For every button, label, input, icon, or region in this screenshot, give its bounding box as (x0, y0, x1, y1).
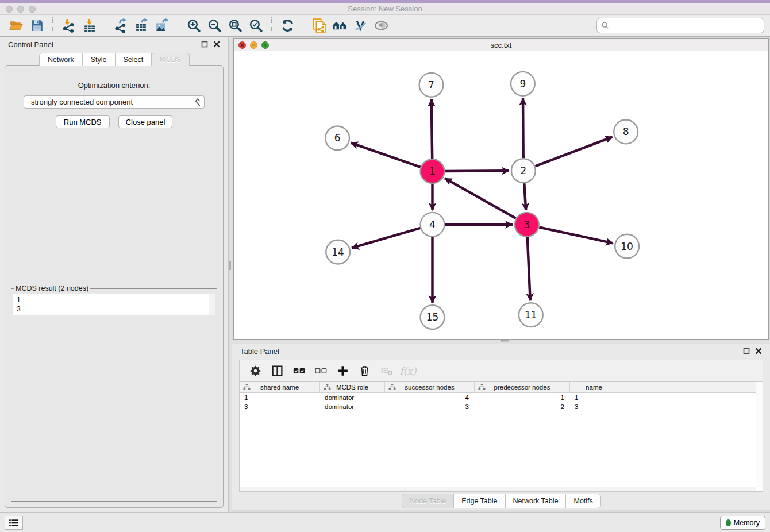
minimize-view-icon[interactable] (250, 41, 257, 49)
export-network-icon[interactable] (112, 17, 129, 34)
close-panel-icon[interactable] (213, 41, 220, 48)
maximize-view-icon[interactable] (261, 41, 269, 49)
tab-network-table[interactable]: Network Table (505, 494, 567, 508)
cell-shared-name[interactable]: 1 (240, 394, 320, 401)
first-neighbors-icon[interactable] (331, 17, 348, 34)
mcds-result-scrollbar[interactable] (209, 294, 215, 315)
column-tree-icon (478, 384, 486, 390)
import-table-icon[interactable] (80, 17, 98, 34)
close-panel-button[interactable]: Close panel (118, 115, 173, 128)
edge-2-9[interactable] (523, 98, 523, 159)
tab-edge-table[interactable]: Edge Table (453, 494, 505, 508)
tab-node-table[interactable]: Node Table (402, 494, 454, 508)
hide-labels-icon[interactable] (352, 17, 369, 34)
edge-3-11[interactable] (528, 237, 530, 301)
network-canvas[interactable]: 7968124314101511 (234, 51, 768, 339)
gear-icon[interactable] (247, 363, 263, 379)
cell-mcds-role[interactable]: dominator (320, 394, 385, 401)
tab-style[interactable]: Style (82, 53, 116, 66)
column-header-name[interactable]: name (570, 382, 618, 392)
column-header-mcds-role[interactable]: MCDS role (320, 382, 385, 392)
add-icon[interactable] (334, 363, 351, 379)
export-image-icon[interactable] (153, 17, 171, 34)
cell-predecessor-nodes[interactable]: 1 (475, 394, 570, 401)
node-1[interactable]: 1 (421, 159, 445, 183)
splitter-grip[interactable] (501, 340, 509, 342)
float-panel-icon[interactable] (201, 41, 208, 48)
tab-motifs[interactable]: Motifs (565, 494, 600, 508)
table-row[interactable]: 1dominator411 (240, 393, 763, 402)
minimize-window-dot[interactable] (17, 6, 24, 13)
tab-network[interactable]: Network (39, 53, 83, 66)
deselect-all-icon[interactable] (313, 363, 329, 379)
edge-2-3[interactable] (524, 183, 526, 210)
node-10[interactable]: 10 (615, 234, 639, 259)
close-window-dot[interactable] (6, 6, 13, 13)
splitter-grip[interactable] (229, 261, 231, 270)
close-view-icon[interactable] (238, 41, 246, 49)
node-14[interactable]: 14 (326, 240, 350, 264)
task-history-button[interactable] (5, 516, 23, 530)
edge-3-1[interactable] (445, 178, 516, 218)
mcds-result-box[interactable]: 13 (13, 294, 215, 315)
optimization-criterion-select[interactable]: strongly connected component (24, 95, 205, 109)
zoom-in-icon[interactable] (185, 17, 202, 34)
cell-shared-name[interactable]: 3 (240, 403, 320, 410)
edge-2-8[interactable] (535, 137, 613, 166)
network-window-controls[interactable] (238, 41, 269, 49)
tab-select[interactable]: Select (115, 53, 152, 66)
maximize-window-dot[interactable] (29, 6, 36, 13)
node-2[interactable]: 2 (511, 159, 536, 183)
table-row[interactable]: 3dominator323 (240, 402, 763, 411)
memory-button[interactable]: Memory (720, 516, 765, 530)
edge-1-7[interactable] (432, 99, 432, 159)
cell-name[interactable]: 1 (570, 394, 618, 401)
vertical-splitter[interactable] (228, 37, 232, 512)
select-all-icon[interactable] (291, 363, 307, 379)
node-6[interactable]: 6 (325, 126, 349, 150)
edge-1-6[interactable] (351, 143, 421, 167)
refresh-icon[interactable] (279, 17, 296, 34)
node-4[interactable]: 4 (421, 213, 445, 237)
node-15[interactable]: 15 (421, 305, 445, 329)
cell-name[interactable]: 3 (570, 403, 618, 410)
network-file-icon[interactable] (310, 17, 328, 34)
float-panel-icon[interactable] (742, 348, 750, 355)
cell-mcds-role[interactable]: dominator (320, 403, 385, 410)
eye-icon[interactable] (372, 17, 390, 34)
export-table-icon[interactable] (133, 17, 150, 34)
node-label: 2 (520, 165, 526, 176)
node-7[interactable]: 7 (419, 73, 444, 97)
horizontal-splitter[interactable] (232, 340, 770, 344)
column-header-shared-name[interactable]: shared name (240, 382, 320, 392)
close-panel-icon[interactable] (754, 348, 762, 355)
zoom-fit-icon[interactable] (226, 17, 244, 34)
zoom-selected-icon[interactable] (247, 17, 264, 34)
open-folder-icon[interactable] (7, 17, 25, 34)
node-8[interactable]: 8 (614, 120, 638, 144)
node-3[interactable]: 3 (515, 213, 539, 237)
table-horizontal-scrollbar[interactable] (240, 487, 756, 491)
import-network-icon[interactable] (60, 17, 77, 34)
zoom-out-icon[interactable] (206, 17, 223, 34)
columns-icon[interactable] (269, 363, 285, 379)
edge-4-14[interactable] (352, 228, 420, 248)
save-icon[interactable] (28, 17, 45, 34)
search-box[interactable] (596, 18, 764, 33)
column-header-successor-nodes[interactable]: successor nodes (385, 382, 475, 392)
window-controls[interactable] (6, 6, 36, 13)
column-header-predecessor-nodes[interactable]: predecessor nodes (475, 382, 570, 392)
edge-3-10[interactable] (539, 227, 613, 243)
right-pane: scc.txt 7968124314101511 Table Panel f (232, 37, 770, 512)
cell-successor-nodes[interactable]: 3 (385, 403, 475, 410)
delete-icon[interactable] (356, 363, 372, 379)
run-mcds-button[interactable]: Run MCDS (56, 115, 110, 128)
tab-mcds[interactable]: MCDS (151, 53, 190, 66)
table-vertical-scrollbar[interactable] (756, 382, 763, 487)
edge-1-2[interactable] (445, 171, 509, 171)
cell-predecessor-nodes[interactable]: 2 (475, 403, 570, 410)
cell-successor-nodes[interactable]: 4 (385, 394, 475, 401)
search-input[interactable] (610, 18, 760, 33)
node-9[interactable]: 9 (511, 72, 535, 96)
node-11[interactable]: 11 (519, 303, 543, 327)
